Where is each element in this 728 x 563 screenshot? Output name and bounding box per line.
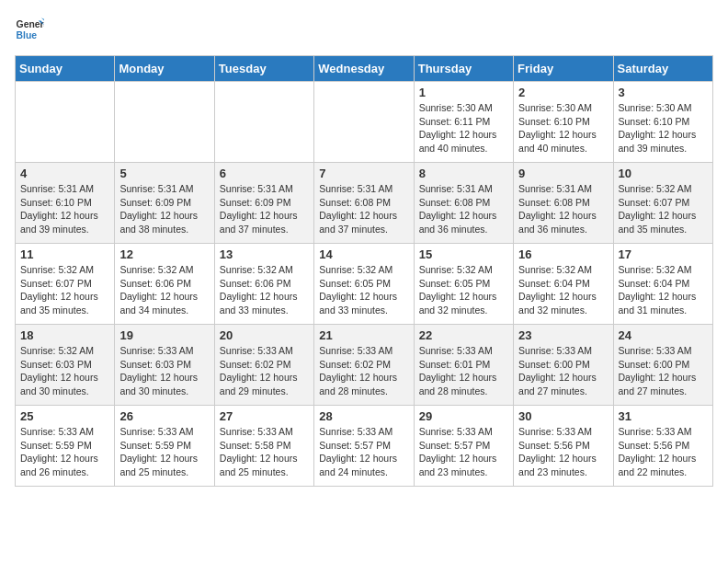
cell-content: Sunrise: 5:32 AM Sunset: 6:05 PM Dayligh… <box>319 263 408 317</box>
day-number: 29 <box>419 409 508 423</box>
calendar-cell: 4Sunrise: 5:31 AM Sunset: 6:10 PM Daylig… <box>16 163 115 244</box>
day-number: 20 <box>220 328 309 342</box>
calendar-week-row: 25Sunrise: 5:33 AM Sunset: 5:59 PM Dayli… <box>16 406 713 487</box>
calendar-cell: 22Sunrise: 5:33 AM Sunset: 6:01 PM Dayli… <box>414 325 513 406</box>
cell-content: Sunrise: 5:33 AM Sunset: 6:00 PM Dayligh… <box>518 344 608 398</box>
cell-content: Sunrise: 5:33 AM Sunset: 5:56 PM Dayligh… <box>518 425 608 479</box>
cell-content: Sunrise: 5:32 AM Sunset: 6:05 PM Dayligh… <box>419 263 508 317</box>
calendar-cell <box>16 82 115 163</box>
calendar-week-row: 18Sunrise: 5:32 AM Sunset: 6:03 PM Dayli… <box>16 325 713 406</box>
weekday-header: Sunday <box>16 56 115 82</box>
calendar-cell: 5Sunrise: 5:31 AM Sunset: 6:09 PM Daylig… <box>115 163 214 244</box>
cell-content: Sunrise: 5:33 AM Sunset: 6:03 PM Dayligh… <box>119 344 209 398</box>
day-number: 7 <box>319 167 408 180</box>
day-number: 24 <box>619 328 708 342</box>
cell-content: Sunrise: 5:31 AM Sunset: 6:08 PM Dayligh… <box>518 182 608 236</box>
calendar-cell: 9Sunrise: 5:31 AM Sunset: 6:08 PM Daylig… <box>514 163 613 244</box>
calendar-week-row: 4Sunrise: 5:31 AM Sunset: 6:10 PM Daylig… <box>16 163 713 244</box>
calendar-cell: 21Sunrise: 5:33 AM Sunset: 6:02 PM Dayli… <box>314 325 414 406</box>
day-number: 16 <box>518 247 608 261</box>
cell-content: Sunrise: 5:30 AM Sunset: 6:11 PM Dayligh… <box>419 101 508 155</box>
calendar-header: SundayMondayTuesdayWednesdayThursdayFrid… <box>16 56 713 82</box>
calendar-cell: 29Sunrise: 5:33 AM Sunset: 5:57 PM Dayli… <box>414 406 513 487</box>
calendar-cell: 14Sunrise: 5:32 AM Sunset: 6:05 PM Dayli… <box>314 244 414 325</box>
calendar-cell: 28Sunrise: 5:33 AM Sunset: 5:57 PM Dayli… <box>314 406 414 487</box>
cell-content: Sunrise: 5:33 AM Sunset: 5:59 PM Dayligh… <box>119 425 209 479</box>
calendar-cell: 25Sunrise: 5:33 AM Sunset: 5:59 PM Dayli… <box>16 406 115 487</box>
calendar-cell: 26Sunrise: 5:33 AM Sunset: 5:59 PM Dayli… <box>115 406 214 487</box>
weekday-header: Monday <box>115 56 214 82</box>
weekday-header: Wednesday <box>314 56 414 82</box>
weekday-header: Thursday <box>414 56 513 82</box>
calendar-week-row: 1Sunrise: 5:30 AM Sunset: 6:11 PM Daylig… <box>16 82 713 163</box>
calendar-cell: 17Sunrise: 5:32 AM Sunset: 6:04 PM Dayli… <box>613 244 712 325</box>
cell-content: Sunrise: 5:31 AM Sunset: 6:09 PM Dayligh… <box>220 182 309 236</box>
cell-content: Sunrise: 5:32 AM Sunset: 6:07 PM Dayligh… <box>619 182 708 236</box>
day-number: 30 <box>518 409 608 423</box>
day-number: 17 <box>619 247 708 261</box>
calendar-body: 1Sunrise: 5:30 AM Sunset: 6:11 PM Daylig… <box>16 82 713 487</box>
day-number: 11 <box>20 247 109 261</box>
day-number: 22 <box>419 328 508 342</box>
calendar-cell: 24Sunrise: 5:33 AM Sunset: 6:00 PM Dayli… <box>613 325 712 406</box>
cell-content: Sunrise: 5:32 AM Sunset: 6:03 PM Dayligh… <box>20 344 109 398</box>
calendar-cell <box>214 82 313 163</box>
cell-content: Sunrise: 5:32 AM Sunset: 6:06 PM Dayligh… <box>119 263 209 317</box>
cell-content: Sunrise: 5:33 AM Sunset: 6:00 PM Dayligh… <box>619 344 708 398</box>
day-number: 15 <box>419 247 508 261</box>
cell-content: Sunrise: 5:32 AM Sunset: 6:07 PM Dayligh… <box>20 263 109 317</box>
day-number: 6 <box>220 167 309 180</box>
svg-text:Blue: Blue <box>17 30 38 40</box>
calendar-week-row: 11Sunrise: 5:32 AM Sunset: 6:07 PM Dayli… <box>16 244 713 325</box>
calendar-table: SundayMondayTuesdayWednesdayThursdayFrid… <box>15 55 713 487</box>
calendar-cell: 3Sunrise: 5:30 AM Sunset: 6:10 PM Daylig… <box>613 82 712 163</box>
cell-content: Sunrise: 5:30 AM Sunset: 6:10 PM Dayligh… <box>619 101 708 155</box>
day-number: 21 <box>319 328 408 342</box>
calendar-cell: 16Sunrise: 5:32 AM Sunset: 6:04 PM Dayli… <box>514 244 613 325</box>
day-number: 3 <box>619 86 708 99</box>
calendar-cell: 19Sunrise: 5:33 AM Sunset: 6:03 PM Dayli… <box>115 325 214 406</box>
day-number: 2 <box>518 86 608 99</box>
day-number: 28 <box>319 409 408 423</box>
cell-content: Sunrise: 5:33 AM Sunset: 5:57 PM Dayligh… <box>419 425 508 479</box>
calendar-cell: 15Sunrise: 5:32 AM Sunset: 6:05 PM Dayli… <box>414 244 513 325</box>
cell-content: Sunrise: 5:31 AM Sunset: 6:08 PM Dayligh… <box>419 182 508 236</box>
calendar-cell: 13Sunrise: 5:32 AM Sunset: 6:06 PM Dayli… <box>214 244 313 325</box>
calendar-cell: 1Sunrise: 5:30 AM Sunset: 6:11 PM Daylig… <box>414 82 513 163</box>
cell-content: Sunrise: 5:31 AM Sunset: 6:09 PM Dayligh… <box>119 182 209 236</box>
calendar-cell <box>314 82 414 163</box>
logo: General Blue <box>15 15 48 44</box>
weekday-header: Tuesday <box>214 56 313 82</box>
day-number: 25 <box>20 409 109 423</box>
day-number: 12 <box>119 247 209 261</box>
day-number: 23 <box>518 328 608 342</box>
calendar-cell: 20Sunrise: 5:33 AM Sunset: 6:02 PM Dayli… <box>214 325 313 406</box>
calendar-cell: 30Sunrise: 5:33 AM Sunset: 5:56 PM Dayli… <box>514 406 613 487</box>
cell-content: Sunrise: 5:33 AM Sunset: 6:01 PM Dayligh… <box>419 344 508 398</box>
calendar-cell: 23Sunrise: 5:33 AM Sunset: 6:00 PM Dayli… <box>514 325 613 406</box>
calendar-cell: 6Sunrise: 5:31 AM Sunset: 6:09 PM Daylig… <box>214 163 313 244</box>
day-number: 10 <box>619 167 708 180</box>
day-number: 8 <box>419 167 508 180</box>
calendar-cell: 8Sunrise: 5:31 AM Sunset: 6:08 PM Daylig… <box>414 163 513 244</box>
day-number: 4 <box>20 167 109 180</box>
cell-content: Sunrise: 5:33 AM Sunset: 5:56 PM Dayligh… <box>619 425 708 479</box>
logo-icon: General Blue <box>15 15 44 44</box>
cell-content: Sunrise: 5:33 AM Sunset: 5:57 PM Dayligh… <box>319 425 408 479</box>
day-number: 19 <box>119 328 209 342</box>
day-number: 9 <box>518 167 608 180</box>
cell-content: Sunrise: 5:32 AM Sunset: 6:06 PM Dayligh… <box>220 263 309 317</box>
page-header: General Blue <box>15 15 713 44</box>
cell-content: Sunrise: 5:33 AM Sunset: 5:58 PM Dayligh… <box>220 425 309 479</box>
day-number: 27 <box>220 409 309 423</box>
day-number: 1 <box>419 86 508 99</box>
cell-content: Sunrise: 5:30 AM Sunset: 6:10 PM Dayligh… <box>518 101 608 155</box>
day-number: 5 <box>119 167 209 180</box>
day-number: 14 <box>319 247 408 261</box>
day-number: 13 <box>220 247 309 261</box>
cell-content: Sunrise: 5:32 AM Sunset: 6:04 PM Dayligh… <box>518 263 608 317</box>
day-number: 26 <box>119 409 209 423</box>
calendar-cell: 27Sunrise: 5:33 AM Sunset: 5:58 PM Dayli… <box>214 406 313 487</box>
calendar-cell: 10Sunrise: 5:32 AM Sunset: 6:07 PM Dayli… <box>613 163 712 244</box>
cell-content: Sunrise: 5:33 AM Sunset: 5:59 PM Dayligh… <box>20 425 109 479</box>
